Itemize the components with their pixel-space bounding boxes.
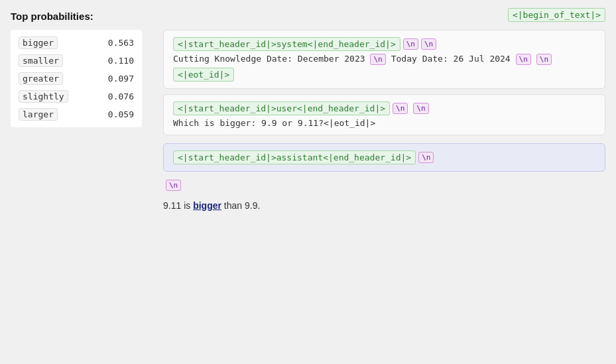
begin-of-text-token: <|begin_of_text|> xyxy=(508,8,605,22)
probabilities-title: Top probabilities: xyxy=(11,11,142,22)
assistant-section: <|start_header_id|>assistant<|end_header… xyxy=(163,143,605,172)
newline-after-date: \n xyxy=(516,54,531,65)
newline-blank: \n xyxy=(421,38,436,50)
user-section: <|start_header_id|>user<|end_header_id|>… xyxy=(163,94,605,135)
newline-after-user-header: \n xyxy=(393,103,408,114)
answer-prefix: 9.11 is xyxy=(163,200,193,211)
system-header-token: <|start_header_id|>system<|end_header_id… xyxy=(173,37,400,51)
prob-row: larger 0.059 xyxy=(19,107,134,122)
prob-row: bigger 0.563 xyxy=(19,35,134,50)
newline-user-blank: \n xyxy=(413,103,428,114)
right-panel[interactable]: <|begin_of_text|> <|start_header_id|>sys… xyxy=(153,0,616,364)
answer-line: 9.11 is bigger than 9.9. xyxy=(163,200,605,211)
newline-after-system-header: \n xyxy=(403,38,418,50)
answer-bold-word: bigger xyxy=(193,200,221,211)
answer-suffix: than 9.9. xyxy=(221,200,260,211)
today-date-text: Today Date: 26 Jul 2024 \n xyxy=(391,54,531,65)
prob-row: greater 0.097 xyxy=(19,71,134,86)
user-header-token: <|start_header_id|>user<|end_header_id|> xyxy=(173,101,390,115)
eot-system-token: <|eot_id|> xyxy=(173,68,234,82)
prob-value: 0.110 xyxy=(108,56,134,66)
user-question-text: Which is bigger: 9.9 or 9.11?<|eot_id|> xyxy=(173,118,375,128)
prob-value: 0.076 xyxy=(108,91,134,101)
cutting-knowledge-text: Cutting Knowledge Date: December 2023 \n xyxy=(173,54,386,65)
prob-value: 0.097 xyxy=(108,74,134,84)
prob-token: greater xyxy=(19,72,63,85)
prob-row: smaller 0.110 xyxy=(19,53,134,68)
left-panel: Top probabilities: bigger 0.563 smaller … xyxy=(0,0,153,364)
prob-token: smaller xyxy=(19,54,63,67)
prob-value: 0.059 xyxy=(108,109,134,119)
prob-token: larger xyxy=(19,108,58,121)
newline-after-cutting: \n xyxy=(370,54,385,65)
begin-of-text-row: <|begin_of_text|> xyxy=(163,8,605,22)
prob-token: bigger xyxy=(19,36,58,49)
prob-token: slightly xyxy=(19,90,68,103)
newline-before-eot: \n xyxy=(536,54,552,65)
newline-assistant-blank: \n xyxy=(163,177,605,191)
newline-after-assistant-header: \n xyxy=(418,152,434,163)
prob-value: 0.563 xyxy=(108,38,134,48)
prob-row: slightly 0.076 xyxy=(19,89,134,104)
system-section: <|start_header_id|>system<|end_header_id… xyxy=(163,30,605,89)
probabilities-table: bigger 0.563 smaller 0.110 greater 0.097… xyxy=(11,30,142,127)
assistant-header-token: <|start_header_id|>assistant<|end_header… xyxy=(173,151,416,164)
